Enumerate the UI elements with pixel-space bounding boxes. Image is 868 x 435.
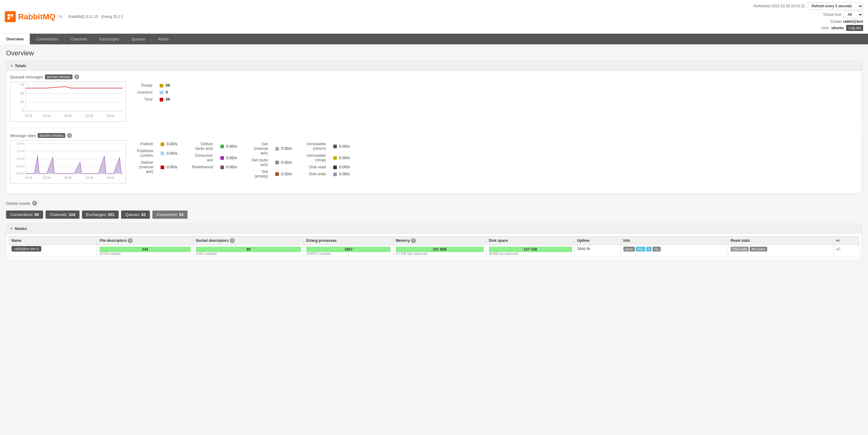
unacked-value-cell: 0: [156, 89, 174, 96]
global-counts-help-icon[interactable]: ?: [32, 201, 37, 206]
deliver-manual-dot: [160, 166, 164, 169]
main-content: Overview ▼ Totals Queued messages last t…: [0, 45, 868, 270]
connections-badge[interactable]: Connections: 99: [6, 210, 43, 219]
tag-basic[interactable]: basic: [623, 246, 635, 252]
rates-help-icon[interactable]: ?: [67, 133, 72, 138]
tag-disc[interactable]: disc: [636, 246, 646, 252]
ready-color-dot: [160, 84, 163, 87]
unacked-color-dot: [160, 91, 163, 94]
nodes-header-row: Name File descriptors ? Socket descripto…: [9, 236, 859, 245]
node-name-badge: rabbit@tm-dev-5: [11, 246, 41, 252]
unacked-label: Unacked: [133, 89, 156, 96]
plusminus-icon[interactable]: +/-: [836, 246, 841, 252]
svg-rect-1: [11, 14, 13, 17]
consumers-badge[interactable]: Consumers: 53: [152, 210, 188, 219]
deliver-auto-value: 0.00/s: [226, 144, 237, 149]
get-manual-value-cell: 0.00/s: [272, 140, 296, 156]
get-empty-row: Get(empty) 0.00/s: [248, 168, 296, 179]
logout-button[interactable]: Log out: [846, 25, 863, 31]
rates-col1: Publish 0.00/s Publisherconfirm 0.00/s: [133, 140, 181, 175]
publish-value: 0.00/s: [166, 142, 177, 146]
publisher-confirm-value: 0.00/s: [166, 151, 177, 155]
publisher-confirm-value-cell: 0.00/s: [157, 147, 181, 159]
ready-label: Ready: [133, 82, 156, 89]
tag-rss[interactable]: rss: [653, 246, 661, 252]
deliver-auto-label: Deliver(auto ack): [188, 140, 216, 152]
nav-item-overview[interactable]: Overview: [0, 34, 30, 45]
consumers-count: 53: [179, 212, 183, 217]
queued-help-icon[interactable]: ?: [74, 75, 79, 79]
get-empty-value: 0.00/s: [281, 172, 292, 176]
rates-col4: Unroutable(return) 0.00/s Unroutable(dro…: [303, 140, 353, 177]
unacked-value: 0: [166, 90, 168, 94]
get-auto-label: Get (autoack): [248, 156, 272, 168]
queued-chart: 75 50 25 0 20:32 20:34 20:36 20:38 20:40: [10, 82, 126, 122]
svg-text:20:36: 20:36: [64, 176, 72, 179]
queued-time-badge: last ten minutes: [45, 75, 72, 79]
unroutable-return-label: Unroutable(return): [303, 140, 330, 152]
channels-badge[interactable]: Channels: 104: [45, 210, 80, 219]
exchanges-badge[interactable]: Exchanges: 251: [82, 210, 119, 219]
svg-text:20:36: 20:36: [64, 114, 72, 118]
tag-thisnode[interactable]: This node: [731, 246, 749, 252]
redelivered-row: Redelivered 0.00/s: [188, 164, 240, 170]
memory-help[interactable]: ?: [411, 238, 416, 243]
total-color-dot: [160, 98, 163, 102]
get-auto-value-cell: 0.00/s: [272, 156, 296, 168]
disk-read-value: 0.00/s: [339, 165, 350, 169]
nav-item-connections[interactable]: Connections: [30, 34, 64, 45]
nodes-section-header[interactable]: ▼ Nodes: [6, 224, 862, 234]
svg-text:20:34: 20:34: [43, 176, 51, 179]
queues-badge[interactable]: Queues: 62: [121, 210, 150, 219]
nav-item-queues[interactable]: Queues: [125, 34, 152, 45]
totals-section-header[interactable]: ▼ Totals: [6, 61, 862, 71]
publisher-confirm-label: Publisherconfirm: [133, 147, 157, 159]
vhost-row: Virtual host All: [823, 11, 863, 18]
totals-title: Totals: [15, 63, 26, 68]
rates-chart-svg: 2.0 /s 1.5 /s 1.0 /s 0.5 /s 0.0 /s 20:32…: [10, 141, 126, 183]
channels-count: 104: [69, 212, 75, 217]
consumer-ack-value-cell: 0.00/s: [217, 152, 241, 164]
socket-desc-avail: 29401 available: [196, 252, 301, 256]
svg-text:20:38: 20:38: [85, 176, 93, 179]
global-counts-row: Connections: 99 Channels: 104 Exchanges:…: [6, 208, 862, 221]
svg-text:0.0 /s: 0.0 /s: [17, 172, 24, 175]
queued-stats-table: Ready 66 Unacked 0: [133, 82, 174, 103]
nav-item-exchanges[interactable]: Exchanges: [93, 34, 125, 45]
col-name: Name: [9, 236, 97, 245]
disk-write-label: Disk write: [303, 170, 330, 177]
tag-allnodes[interactable]: All nodes: [750, 246, 767, 252]
publish-label: Publish: [133, 140, 157, 147]
vhost-select[interactable]: All: [844, 11, 863, 18]
disk-read-value-cell: 0.00/s: [330, 164, 353, 170]
get-empty-label: Get(empty): [248, 168, 272, 179]
file-desc-help[interactable]: ?: [128, 238, 133, 243]
nodes-table-head: Name File descriptors ? Socket descripto…: [9, 236, 859, 245]
socket-desc-cell: 99 29401 available: [193, 245, 304, 257]
total-label: Total: [133, 96, 156, 103]
info-cell: basic disc 3 rss: [621, 245, 728, 257]
socket-desc-help[interactable]: ?: [230, 238, 235, 243]
col-file-desc: File descriptors ?: [97, 236, 193, 245]
rates-chart: 2.0 /s 1.5 /s 1.0 /s 0.5 /s 0.0 /s 20:32…: [10, 140, 126, 183]
nav-item-channels[interactable]: Channels: [64, 34, 93, 45]
nav-item-admin[interactable]: Admin: [152, 34, 176, 45]
file-desc-cell: 244 32768 available: [97, 245, 193, 257]
nodes-title: Nodes: [15, 226, 27, 231]
svg-text:0.5 /s: 0.5 /s: [17, 165, 24, 168]
get-manual-label: Get(manualack): [248, 140, 272, 156]
disk-write-row: Disk write 0.00/s: [303, 170, 353, 177]
publish-dot: [160, 142, 164, 146]
rates-stats: Publish 0.00/s Publisherconfirm 0.00/s: [133, 140, 353, 179]
totals-section: ▼ Totals Queued messages last ten minute…: [6, 61, 862, 194]
unroutable-return-row: Unroutable(return) 0.00/s: [303, 140, 353, 152]
rabbitmq-logo-icon: [5, 11, 16, 22]
col-info: Info: [621, 236, 728, 245]
svg-point-4: [11, 16, 13, 17]
deliver-auto-dot: [220, 145, 224, 148]
refresh-select[interactable]: Refresh every 5 seconds: [808, 2, 863, 10]
ready-value: 66: [166, 83, 170, 87]
unroutable-drop-value: 0.00/s: [339, 155, 350, 160]
redelivered-value: 0.00/s: [226, 165, 237, 169]
tag-3[interactable]: 3: [646, 246, 652, 252]
